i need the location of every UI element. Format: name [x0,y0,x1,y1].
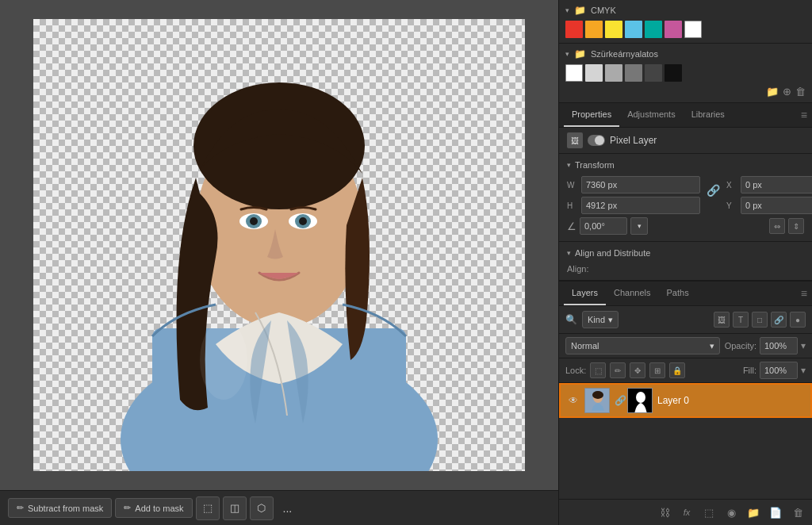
align-arrow[interactable]: ▾ [567,249,571,257]
add-mask-icon[interactable]: ⬚ [701,504,717,520]
tab-adjustments[interactable]: Adjustments [619,103,684,127]
opacity-label: Opacity: [725,341,756,351]
angle-row: ∠ ▾ ⇔ ⇕ [567,217,804,235]
swatch-cyan[interactable] [625,21,642,38]
swatch-folder-icon[interactable]: 📁 [766,86,779,98]
swatch-orange[interactable] [585,21,603,38]
kind-select[interactable]: Kind ▾ [582,311,619,328]
szurke-arrow[interactable]: ▾ [565,50,569,58]
height-row: H [567,197,700,214]
canvas-image [33,19,525,471]
add-effect-icon[interactable]: fx [679,504,695,520]
swatch-yellow[interactable] [605,21,622,38]
layer-0-item[interactable]: 👁 🔗 Layer 0 [559,383,812,418]
szurke-section: ▾ 📁 Szürkeárnyalatos 📁 ⊕ 🗑 [559,44,812,103]
x-input[interactable] [741,176,812,194]
opacity-dropdown[interactable]: ▾ [801,340,806,351]
link-proportions-icon[interactable]: 🔗 [707,184,720,197]
transform-label: Transform [575,160,615,170]
cmyk-folder-icon: 📁 [574,5,586,16]
layer-name: Layer 0 [657,395,689,406]
layers-tabs: Layers Channels Paths ≡ [559,282,812,306]
opacity-input[interactable] [760,337,798,354]
transform-arrow[interactable]: ▾ [567,161,571,169]
flip-horizontal-icon[interactable]: ⇔ [769,218,785,234]
tab-paths[interactable]: Paths [659,282,697,305]
fill-input[interactable] [760,362,798,379]
width-label: W [567,181,578,190]
swatch-gray[interactable] [605,64,622,82]
cmyk-swatches [565,21,806,38]
mask-icon-btn-2[interactable]: ◫ [223,496,247,520]
new-fill-icon[interactable]: ◉ [723,504,739,520]
fill-row: Fill: ▾ [743,362,806,379]
swatch-lightgray[interactable] [585,64,603,82]
pixel-layer-row: 🖼 Pixel Layer [559,128,812,154]
cmyk-section: ▾ 📁 CMYK [559,0,812,44]
tab-channels[interactable]: Channels [606,282,658,305]
filter-text-icon[interactable]: T [733,312,749,328]
swatch-white[interactable] [684,21,702,38]
swatch-delete-icon[interactable]: 🗑 [795,86,806,98]
filter-effect-icon[interactable]: ● [790,312,806,328]
properties-menu-icon[interactable]: ≡ [801,109,807,121]
x-row: X [726,176,812,194]
new-layer-icon[interactable]: 📄 [768,504,783,520]
fill-label: Fill: [743,366,756,375]
canvas-wrapper [0,0,558,490]
more-options-button[interactable]: ... [277,498,299,519]
delete-layer-icon[interactable]: 🗑 [790,504,806,520]
tab-properties[interactable]: Properties [564,103,619,127]
lock-brush-icon[interactable]: ✏ [610,362,626,378]
swatch-add-icon[interactable]: ⊕ [783,86,791,98]
align-label: Align and Distribute [575,248,650,258]
filter-pixel-icon[interactable]: 🖼 [714,312,730,328]
width-input[interactable] [581,176,700,194]
mask-icon-btn-1[interactable]: ⬚ [196,496,220,520]
swatch-darkgray[interactable] [645,64,662,82]
filter-shape-icon[interactable]: □ [752,312,768,328]
swatch-teal[interactable] [645,21,662,38]
angle-dropdown[interactable]: ▾ [630,217,648,235]
pixel-layer-toggle[interactable] [588,135,605,146]
new-group-icon[interactable]: 📁 [745,504,761,520]
lock-checkerboard-icon[interactable]: ⬚ [590,362,606,378]
height-label: H [567,201,578,210]
flip-vertical-icon[interactable]: ⇕ [788,218,804,234]
swatch-magenta[interactable] [665,21,682,38]
swatch-black[interactable] [665,64,682,82]
swatch-red[interactable] [565,21,583,38]
y-row: Y [726,197,812,214]
subtract-label: Subtract from mask [28,504,103,513]
canvas-viewport [33,19,525,471]
angle-input[interactable] [580,217,627,235]
szurke-label: Szürkeárnyalatos [591,49,658,59]
kind-label: Kind [588,315,605,324]
cmyk-arrow[interactable]: ▾ [565,6,569,14]
tab-libraries[interactable]: Libraries [684,103,733,127]
add-to-mask-button[interactable]: ✏ Add to mask [115,498,192,518]
y-input[interactable] [741,197,812,214]
lock-all-icon[interactable]: 🔒 [669,362,685,378]
filter-smart-icon[interactable]: 🔗 [771,312,787,328]
szurke-swatches [565,64,806,82]
swatch-white-2[interactable] [565,64,583,82]
height-input[interactable] [581,197,700,214]
layer-visibility-icon[interactable]: 👁 [567,394,580,407]
toggle-knob [595,136,604,145]
lock-artboard-icon[interactable]: ⊞ [649,362,665,378]
tab-layers[interactable]: Layers [564,282,606,305]
layers-menu-icon[interactable]: ≡ [801,287,807,300]
mask-icon-btn-3[interactable]: ⬡ [250,496,274,520]
canvas-area: ✏ Subtract from mask ✏ Add to mask ⬚ ◫ ⬡… [0,0,558,525]
link-layers-icon[interactable]: ⛓ [657,504,672,520]
fill-dropdown[interactable]: ▾ [801,365,806,376]
swatch-midgray[interactable] [625,64,642,82]
lock-label: Lock: [565,366,586,375]
blend-mode-select[interactable]: Normal ▾ [565,337,720,354]
pixel-layer-label: Pixel Layer [610,135,657,146]
properties-panel: Properties Adjustments Libraries ≡ 🖼 Pix… [559,103,812,282]
subtract-from-mask-button[interactable]: ✏ Subtract from mask [8,498,112,518]
lock-move-icon[interactable]: ✥ [630,362,645,378]
svg-point-11 [200,320,247,400]
